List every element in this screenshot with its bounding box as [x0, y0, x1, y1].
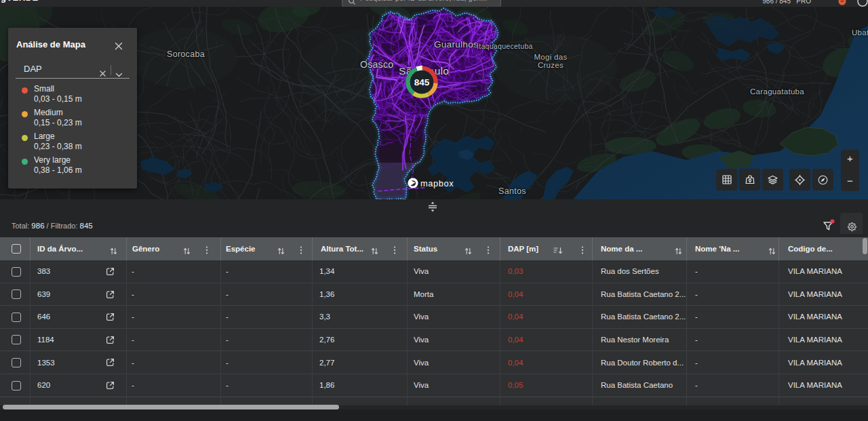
svg-text:mapbox: mapbox	[420, 178, 454, 188]
